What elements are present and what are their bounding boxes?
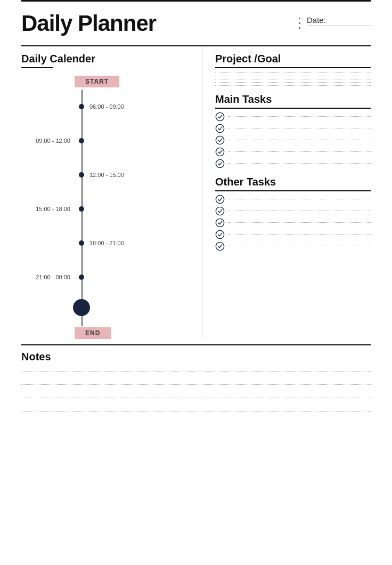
notes-title: Notes <box>21 351 371 363</box>
timeline-slot-3: 12:00 - 15:00 <box>21 158 191 192</box>
main-content: Daily Calender START 06:00 - 09:00 <box>21 46 371 339</box>
other-task-3 <box>215 218 371 228</box>
slot-dot-5 <box>79 240 84 246</box>
project-goal-title: Project /Goal <box>215 53 371 65</box>
svg-point-2 <box>216 136 224 144</box>
calendar-title: Daily Calender <box>21 53 191 65</box>
slot-time-6-left: 21:00 - 00:00 <box>21 274 75 280</box>
svg-point-1 <box>216 125 224 133</box>
project-goal-divider <box>215 67 371 68</box>
main-task-line-2 <box>228 128 371 128</box>
date-area: Date: <box>307 15 371 26</box>
notes-line-1 <box>21 371 371 372</box>
svg-point-9 <box>216 243 224 251</box>
timeline-slot-5: 18:00 - 21:00 <box>21 226 191 260</box>
other-tasks-title: Other Tasks <box>215 176 371 188</box>
check-icon-1 <box>215 112 225 122</box>
main-task-line-5 <box>228 163 371 164</box>
other-task-line-5 <box>228 246 371 246</box>
slot-time-2-left: 09:00 - 12:00 <box>21 138 75 144</box>
slot-time-3: 12:00 - 15:00 <box>89 172 124 178</box>
other-task-5 <box>215 241 371 251</box>
slot-time-1: 06:00 - 09:00 <box>89 103 124 110</box>
date-underline <box>307 26 371 26</box>
timeline-slot-4: 15:00 - 18:00 <box>21 192 191 226</box>
end-label: END <box>75 327 111 339</box>
svg-point-0 <box>216 113 224 121</box>
slot-dot-1 <box>79 104 84 109</box>
date-label: Date: <box>307 15 371 25</box>
header: Daily Planner Date: <box>21 0 371 36</box>
main-tasks-title: Main Tasks <box>215 93 371 106</box>
notes-line-4 <box>21 411 371 411</box>
other-task-4 <box>215 230 371 239</box>
other-check-icon-3 <box>215 218 225 228</box>
check-icon-2 <box>215 124 225 133</box>
slot-dot-6 <box>79 275 84 280</box>
other-check-icon-1 <box>215 195 225 204</box>
other-task-line-1 <box>228 199 371 199</box>
svg-point-6 <box>216 207 224 215</box>
notes-section: Notes <box>21 344 371 414</box>
timeline: 06:00 - 09:00 09:00 - 12:00 12:00 - 15:0… <box>21 90 191 326</box>
notes-line-3 <box>21 398 371 398</box>
calendar-section: START 06:00 - 09:00 09:00 - 12:00 <box>21 74 191 339</box>
project-line-3 <box>215 79 371 79</box>
other-check-icon-5 <box>215 241 225 251</box>
slot-time-4-left: 15:00 - 18:00 <box>21 206 75 212</box>
check-icon-5 <box>215 159 225 168</box>
date-section: Date: <box>299 11 371 29</box>
other-task-line-2 <box>228 211 371 211</box>
notes-lines <box>21 368 371 414</box>
main-task-4 <box>215 147 371 157</box>
other-tasks-section: Other Tasks <box>215 176 371 251</box>
calendar-underline <box>21 67 53 68</box>
main-task-line-3 <box>228 140 371 140</box>
timeline-slot-6: 21:00 - 00:00 <box>21 260 191 294</box>
svg-point-3 <box>216 148 224 156</box>
project-line-5 <box>215 85 371 86</box>
project-line-4 <box>215 82 371 83</box>
project-line-1 <box>215 72 371 73</box>
main-task-line-4 <box>228 151 371 152</box>
start-label: START <box>75 76 119 87</box>
other-check-icon-2 <box>215 206 225 216</box>
app-title: Daily Planner <box>21 11 156 36</box>
slot-time-5: 18:00 - 21:00 <box>89 240 124 246</box>
project-goal-section: Project /Goal <box>215 53 371 86</box>
other-task-line-3 <box>228 222 371 223</box>
svg-point-8 <box>216 231 224 239</box>
main-task-3 <box>215 135 371 145</box>
timeline-slot-1: 06:00 - 09:00 <box>21 90 191 124</box>
svg-point-4 <box>216 160 224 168</box>
main-task-line-1 <box>228 116 371 117</box>
end-slot <box>21 294 191 321</box>
left-column: Daily Calender START 06:00 - 09:00 <box>21 46 202 339</box>
timeline-slot-2: 09:00 - 12:00 <box>21 124 191 158</box>
svg-point-7 <box>216 219 224 227</box>
main-task-1 <box>215 112 371 122</box>
end-dot <box>73 299 90 316</box>
other-check-icon-4 <box>215 230 225 239</box>
main-tasks-section: Main Tasks <box>215 93 371 168</box>
slot-dot-4 <box>79 206 84 212</box>
date-dots <box>299 15 300 29</box>
main-tasks-divider <box>215 108 371 109</box>
main-task-2 <box>215 124 371 133</box>
svg-point-5 <box>216 196 224 204</box>
notes-line-2 <box>21 384 371 385</box>
other-task-2 <box>215 206 371 216</box>
project-line-2 <box>215 76 371 76</box>
other-task-line-4 <box>228 234 371 235</box>
check-icon-4 <box>215 147 225 157</box>
slot-dot-3 <box>79 172 84 177</box>
main-task-5 <box>215 159 371 168</box>
other-task-1 <box>215 195 371 204</box>
slot-dot-2 <box>79 138 84 143</box>
check-icon-3 <box>215 135 225 145</box>
other-tasks-divider <box>215 190 371 191</box>
right-column: Project /Goal Main Tasks <box>202 46 371 339</box>
